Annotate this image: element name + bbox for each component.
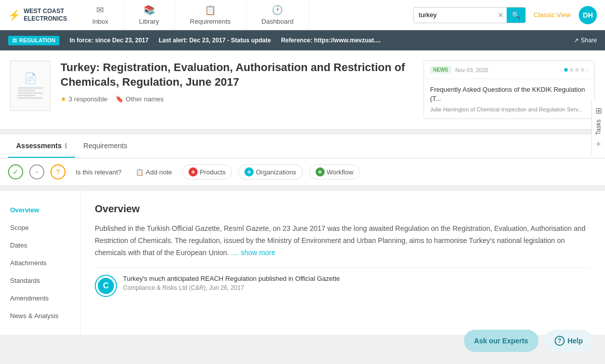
news-analysis-title[interactable]: Turkey's much anticipated REACH Regulati… (123, 275, 591, 282)
sidebar-item-dates[interactable]: Dates (0, 236, 80, 254)
nav-label-library: Library (139, 18, 159, 25)
logo-text: WEST COASTELECTRONICS (24, 8, 67, 22)
overview-content: Overview Published in the Turkish Offici… (81, 191, 605, 335)
sidebar-news-label: News & Analysis (10, 312, 58, 320)
nav-item-dashboard[interactable]: 🕐 Dashboard (247, 0, 310, 30)
nav-item-inbox[interactable]: ✉ Inbox (77, 0, 124, 30)
sidebar-item-scope[interactable]: Scope (0, 219, 80, 236)
overview-title: Overview (95, 203, 591, 215)
tab-requirements-label: Requirements (83, 142, 127, 150)
organizations-button[interactable]: + Organizations (238, 164, 302, 179)
search-clear-button[interactable]: ✕ (495, 11, 507, 19)
document-header: 📄 Turkey: Registration, Evaluation, Auth… (0, 50, 605, 130)
organizations-plus-icon: + (245, 167, 254, 176)
sidebar-scope-label: Scope (10, 224, 29, 231)
document-thumb-lines (18, 86, 43, 100)
news-title[interactable]: Frequently Asked Questions of the KKDIK … (430, 85, 588, 103)
in-force-value: since Dec 23, 2017 (95, 37, 149, 44)
search-input[interactable] (414, 8, 495, 22)
reference-value[interactable]: https://www.mevzuat.... (314, 37, 381, 44)
news-dot-3 (575, 68, 579, 72)
document-title: Turkey: Registration, Evaluation, Author… (60, 60, 413, 89)
overview-section: Overview Scope Dates Attachments Standar… (0, 191, 605, 335)
thumb-line-1 (18, 87, 43, 89)
tab-info-icon: ℹ (65, 142, 67, 150)
sidebar-overview-label: Overview (10, 206, 39, 214)
reference-text: Reference: https://www.mevzuat.... (281, 37, 381, 44)
news-next-button[interactable]: › (586, 67, 588, 74)
share-label: Share (581, 37, 597, 44)
assess-question-button[interactable]: ? (50, 164, 66, 179)
overview-text: Published in the Turkish Official Gazett… (95, 223, 591, 259)
last-alert-text: Last alert: Dec 23, 2017 - Status update (159, 37, 271, 44)
show-more-link[interactable]: .... show more (231, 249, 275, 257)
inbox-icon: ✉ (96, 5, 104, 16)
tasks-panel: ⊞ Tasks + (591, 101, 605, 155)
organizations-label: Organizations (256, 168, 296, 176)
sidebar-item-standards[interactable]: Standards (0, 272, 80, 289)
share-button[interactable]: ↗ Share (574, 37, 597, 44)
nav-item-library[interactable]: 📚 Library (124, 0, 175, 30)
products-plus-icon: + (189, 167, 198, 176)
assess-minus-button[interactable]: − (29, 164, 44, 179)
share-icon: ↗ (574, 37, 579, 44)
add-note-button[interactable]: 📋 Add note (132, 166, 176, 178)
responsible-item[interactable]: ★ 3 responsible (60, 95, 107, 103)
help-button[interactable]: ? Help (544, 330, 593, 335)
note-icon: 📋 (136, 168, 144, 176)
news-panel-header: NEWS Nov 03, 2020 ‹ › (424, 61, 594, 79)
tasks-label[interactable]: Tasks (595, 119, 602, 135)
bookmark-icon: 🔖 (115, 95, 124, 103)
regulation-badge: ⚖ REGULATION (8, 36, 59, 45)
news-analysis-logo: C (95, 275, 117, 297)
news-panel: NEWS Nov 03, 2020 ‹ › Frequently Asked Q… (424, 60, 595, 119)
overview-text-content: Published in the Turkish Official Gazett… (95, 224, 585, 257)
top-nav: ⚡ WEST COASTELECTRONICS ✉ Inbox 📚 Librar… (0, 0, 605, 30)
logo-icon: ⚡ (8, 9, 21, 21)
sidebar-item-amendments[interactable]: Amendments (0, 289, 80, 307)
logo[interactable]: ⚡ WEST COASTELECTRONICS (8, 8, 67, 22)
sidebar-item-news-analysis[interactable]: News & Analysis (0, 307, 80, 325)
ask-experts-button[interactable]: Ask our Experts (464, 330, 538, 335)
nav-item-requirements[interactable]: 📋 Requirements (175, 0, 247, 30)
news-prev-button[interactable]: ‹ (560, 67, 562, 74)
assess-check-button[interactable]: ✓ (8, 164, 23, 179)
workflow-button[interactable]: + Workflow (309, 164, 360, 179)
nav-label-requirements: Requirements (190, 18, 231, 25)
requirements-icon: 📋 (205, 5, 216, 16)
products-button[interactable]: + Products (182, 164, 232, 179)
news-badge: NEWS (430, 66, 451, 74)
sidebar-dates-label: Dates (10, 241, 27, 249)
classic-view-link[interactable]: Classic View (534, 11, 571, 19)
in-force-text: In force: since Dec 23, 2017 (70, 37, 149, 44)
relevant-label: Is this relevant? (76, 168, 122, 176)
nav-items: ✉ Inbox 📚 Library 📋 Requirements 🕐 Dashb… (77, 0, 413, 30)
tasks-add-button[interactable]: + (596, 139, 601, 150)
sidebar-amendments-label: Amendments (10, 294, 49, 302)
avatar[interactable]: DH (579, 6, 597, 24)
tab-assessments-label: Assessments (16, 142, 62, 150)
document-thumbnail[interactable]: 📄 (10, 60, 50, 111)
in-force-label: In force: (70, 37, 93, 44)
sidebar-attachments-label: Attachments (10, 259, 46, 267)
tab-assessments[interactable]: Assessments ℹ (8, 135, 75, 158)
other-names-label: Other names (126, 95, 163, 103)
search-submit-button[interactable]: 🔍 (507, 8, 525, 23)
news-author: Julie Harrington of Chemical Inspection … (430, 106, 588, 112)
news-analysis-info: Turkey's much anticipated REACH Regulati… (123, 275, 591, 291)
tab-requirements[interactable]: Requirements (75, 135, 135, 158)
nav-label-inbox: Inbox (92, 18, 108, 25)
assessments-section: Assessments ℹ Requirements ✓ − ? Is this… (0, 135, 605, 186)
star-icon: ★ (60, 95, 67, 103)
news-analysis-logo-letter: C (103, 281, 109, 290)
sidebar-item-overview[interactable]: Overview (0, 201, 80, 219)
nav-label-dashboard: Dashboard (262, 18, 294, 25)
regulation-icon: ⚖ (12, 37, 17, 44)
sidebar-item-attachments[interactable]: Attachments (0, 254, 80, 272)
tabs: Assessments ℹ Requirements (0, 135, 605, 158)
news-dot-1 (564, 68, 568, 72)
news-date: Nov 03, 2020 (455, 67, 560, 73)
library-icon: 📚 (144, 5, 155, 16)
other-names-item[interactable]: 🔖 Other names (115, 95, 163, 103)
workflow-plus-icon: + (316, 167, 325, 176)
